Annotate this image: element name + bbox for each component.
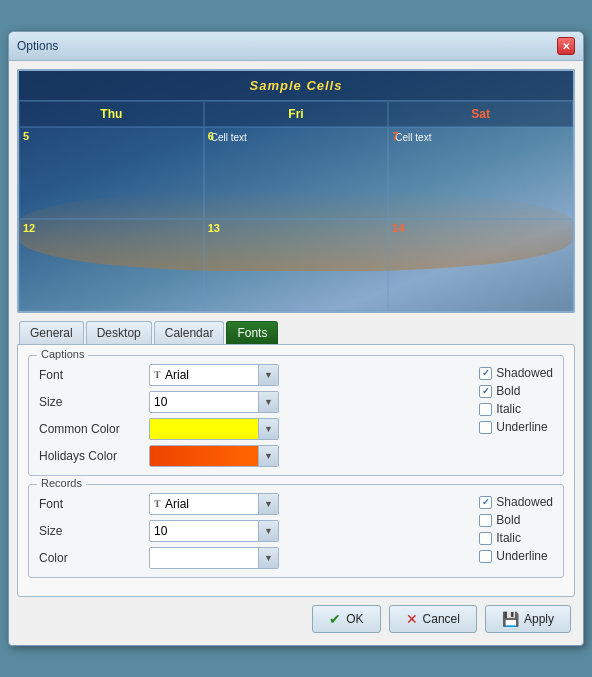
button-bar: ✔ OK ✕ Cancel 💾 Apply (17, 597, 575, 637)
sample-cells-title: Sample Cells (250, 78, 343, 93)
captions-size-row: Size 10 ▼ (39, 391, 479, 413)
records-size-value: 10 (154, 524, 167, 538)
records-underline-label: Underline (496, 549, 547, 563)
captions-holidays-color-select[interactable]: ▼ (149, 445, 279, 467)
captions-form: Font 𝐓 Arial ▼ (39, 364, 553, 467)
records-bold-row: Bold (479, 513, 553, 527)
records-size-select[interactable]: 10 ▼ (149, 520, 279, 542)
records-bold-label: Bold (496, 513, 520, 527)
day-cell-12: 12 (19, 219, 204, 311)
captions-size-select[interactable]: 10 ▼ (149, 391, 279, 413)
records-font-dropdown[interactable]: ▼ (258, 494, 278, 514)
apply-button[interactable]: 💾 Apply (485, 605, 571, 633)
captions-shadowed-row: ✓ Shadowed (479, 366, 553, 380)
captions-font-value: Arial (165, 368, 189, 382)
records-font-value: Arial (165, 497, 189, 511)
captions-size-control: 10 ▼ (149, 391, 479, 413)
records-underline-row: Underline (479, 549, 553, 563)
records-font-control: 𝐓 Arial ▼ (149, 493, 479, 515)
records-shadowed-row: ✓ Shadowed (479, 495, 553, 509)
day-num-6: 6 (208, 130, 214, 142)
captions-size-label: Size (39, 395, 149, 409)
tab-desktop[interactable]: Desktop (86, 321, 152, 344)
records-group-label: Records (37, 477, 86, 489)
records-bold-checkbox[interactable] (479, 514, 492, 527)
records-italic-label: Italic (496, 531, 521, 545)
apply-icon: 💾 (502, 611, 519, 627)
close-button[interactable]: ✕ (557, 37, 575, 55)
captions-italic-label: Italic (496, 402, 521, 416)
captions-common-color-row: Common Color ▼ (39, 418, 479, 440)
day-num-5: 5 (23, 130, 29, 142)
records-font-select[interactable]: 𝐓 Arial ▼ (149, 493, 279, 515)
records-color-swatch (150, 548, 258, 568)
ok-label: OK (346, 612, 363, 626)
font-icon: 𝐓 (154, 369, 161, 381)
captions-underline-row: Underline (479, 420, 553, 434)
captions-common-color-control: ▼ (149, 418, 479, 440)
captions-holidays-color-dropdown[interactable]: ▼ (258, 446, 278, 466)
records-color-control: ▼ (149, 547, 479, 569)
records-shadowed-label: Shadowed (496, 495, 553, 509)
cancel-icon: ✕ (406, 611, 418, 627)
records-shadowed-checkbox[interactable]: ✓ (479, 496, 492, 509)
tab-calendar[interactable]: Calendar (154, 321, 225, 344)
captions-font-select[interactable]: 𝐓 Arial ▼ (149, 364, 279, 386)
ok-icon: ✔ (329, 611, 341, 627)
captions-font-control: 𝐓 Arial ▼ (149, 364, 479, 386)
records-color-row: Color ▼ (39, 547, 479, 569)
captions-checkboxes: ✓ Shadowed ✓ Bold Italic (479, 364, 553, 467)
records-underline-checkbox[interactable] (479, 550, 492, 563)
day-header-thu: Thu (19, 101, 204, 127)
records-font-label: Font (39, 497, 149, 511)
captions-underline-checkbox[interactable] (479, 421, 492, 434)
day-num-7: 7 (392, 130, 398, 142)
apply-label: Apply (524, 612, 554, 626)
records-form: Font 𝐓 Arial ▼ (39, 493, 553, 569)
records-color-dropdown[interactable]: ▼ (258, 548, 278, 568)
captions-holidays-color-control: ▼ (149, 445, 479, 467)
tab-fonts[interactable]: Fonts (226, 321, 278, 344)
captions-bold-row: ✓ Bold (479, 384, 553, 398)
records-color-label: Color (39, 551, 149, 565)
day-cell-14: 14 (388, 219, 573, 311)
cell-text-7: Cell text (395, 132, 431, 143)
records-group: Records Font 𝐓 Arial (28, 484, 564, 578)
captions-common-color-swatch (150, 419, 258, 439)
captions-size-value: 10 (154, 395, 167, 409)
calendar-preview-area: Sample Cells Thu Fri Sat 5 (17, 69, 575, 313)
day-num-12: 12 (23, 222, 35, 234)
captions-font-dropdown[interactable]: ▼ (258, 365, 278, 385)
captions-holidays-color-label: Holidays Color (39, 449, 149, 463)
captions-font-label: Font (39, 368, 149, 382)
captions-size-dropdown[interactable]: ▼ (258, 392, 278, 412)
records-italic-row: Italic (479, 531, 553, 545)
day-num-13: 13 (208, 222, 220, 234)
records-italic-checkbox[interactable] (479, 532, 492, 545)
captions-fields: Font 𝐓 Arial ▼ (39, 364, 479, 467)
day-header-fri: Fri (204, 101, 389, 127)
records-size-control: 10 ▼ (149, 520, 479, 542)
calendar-header: Sample Cells (19, 71, 573, 101)
window-title: Options (17, 39, 58, 53)
captions-group: Captions Font 𝐓 Arial (28, 355, 564, 476)
captions-common-color-select[interactable]: ▼ (149, 418, 279, 440)
ok-button[interactable]: ✔ OK (312, 605, 380, 633)
tab-general[interactable]: General (19, 321, 84, 344)
captions-bold-label: Bold (496, 384, 520, 398)
captions-bold-checkbox[interactable]: ✓ (479, 385, 492, 398)
captions-common-color-dropdown[interactable]: ▼ (258, 419, 278, 439)
records-color-select[interactable]: ▼ (149, 547, 279, 569)
captions-shadowed-checkbox[interactable]: ✓ (479, 367, 492, 380)
records-size-label: Size (39, 524, 149, 538)
records-font-icon: 𝐓 (154, 498, 161, 510)
records-size-dropdown[interactable]: ▼ (258, 521, 278, 541)
fonts-panel: Captions Font 𝐓 Arial (17, 344, 575, 597)
captions-underline-label: Underline (496, 420, 547, 434)
day-cell-7: 7 Cell text (388, 127, 573, 219)
records-size-row: Size 10 ▼ (39, 520, 479, 542)
cancel-button[interactable]: ✕ Cancel (389, 605, 477, 633)
captions-italic-checkbox[interactable] (479, 403, 492, 416)
captions-holidays-color-row: Holidays Color ▼ (39, 445, 479, 467)
records-checkboxes: ✓ Shadowed Bold Italic (479, 493, 553, 569)
